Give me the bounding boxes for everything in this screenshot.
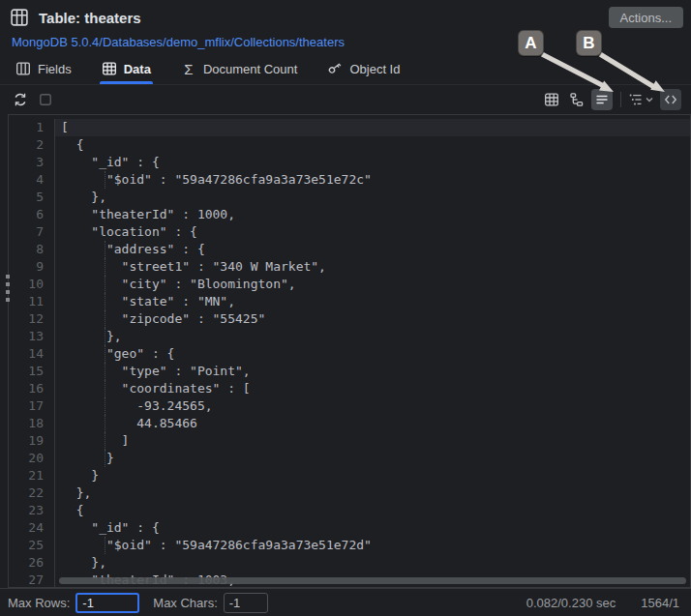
line-content: }: [55, 450, 690, 467]
line-content: [: [55, 119, 690, 136]
line-number: 22: [9, 484, 55, 502]
tree-options-dropdown-icon[interactable]: [627, 89, 656, 110]
line-content: "_id" : {: [55, 154, 690, 171]
line-number: 11: [9, 293, 55, 310]
line-number: 14: [9, 345, 55, 363]
code-line[interactable]: 16 "coordinates" : [: [9, 380, 690, 397]
line-content: "location" : {: [55, 223, 690, 241]
line-content: -93.24565,: [55, 397, 690, 415]
sigma-icon: Σ: [181, 61, 196, 76]
line-number: 3: [9, 154, 55, 171]
line-content: "geo" : {: [55, 345, 690, 363]
code-line[interactable]: 26 },: [9, 554, 690, 572]
line-content: "_id" : {: [55, 519, 690, 537]
line-number: 20: [9, 450, 55, 467]
line-number: 8: [9, 241, 55, 258]
tab-data[interactable]: Data: [100, 53, 153, 84]
line-number: 25: [9, 537, 55, 554]
line-content: "type" : "Point",: [55, 363, 690, 380]
line-content: "state" : "MN",: [55, 293, 690, 310]
splitter-grip-icon[interactable]: [6, 275, 10, 302]
line-content: "$oid" : "59a47286cfa9a3a73e51e72d": [55, 537, 690, 554]
code-line[interactable]: 1[: [9, 119, 690, 136]
code-line[interactable]: 15 "type" : "Point",: [9, 363, 690, 380]
table-grid-icon: [10, 8, 29, 27]
line-number: 13: [9, 328, 55, 345]
tab-document-count[interactable]: Σ Document Count: [179, 53, 300, 84]
line-number: 17: [9, 397, 55, 415]
line-number: 24: [9, 519, 55, 537]
code-line[interactable]: 24 "_id" : {: [9, 519, 690, 537]
annotation-badge-b: B: [576, 30, 602, 56]
line-number: 4: [9, 171, 55, 189]
tab-object-id[interactable]: Object Id: [325, 53, 402, 84]
tree-table-view-icon[interactable]: [566, 89, 587, 110]
code-line[interactable]: 13 },: [9, 328, 690, 345]
line-content: },: [55, 484, 690, 502]
code-line[interactable]: 10 "city" : "Bloomington",: [9, 276, 690, 293]
line-number: 12: [9, 310, 55, 328]
line-number: 16: [9, 380, 55, 397]
line-content: 44.85466: [55, 415, 690, 432]
code-line[interactable]: 3 "_id" : {: [9, 154, 690, 171]
line-content: "street1" : "340 W Market",: [55, 258, 690, 276]
text-view-icon[interactable]: [591, 89, 613, 110]
horizontal-scrollbar[interactable]: [59, 577, 686, 584]
annotation-badge-a: A: [518, 30, 544, 56]
code-line[interactable]: 23 {: [9, 502, 690, 519]
code-line[interactable]: 17 -93.24565,: [9, 397, 690, 415]
code-lines: 1[2 {3 "_id" : {4 "$oid" : "59a47286cfa9…: [9, 119, 690, 588]
code-line[interactable]: 19 ]: [9, 432, 690, 450]
line-number: 27: [9, 572, 55, 588]
line-content: "theaterId" : 1000,: [55, 206, 690, 223]
stop-square-icon[interactable]: [35, 89, 56, 110]
line-number: 5: [9, 189, 55, 206]
line-number: 19: [9, 432, 55, 450]
code-line[interactable]: 8 "address" : {: [9, 241, 690, 258]
line-content: "zipcode" : "55425": [55, 310, 690, 328]
line-content: {: [55, 502, 690, 519]
max-rows-label: Max Rows:: [8, 596, 70, 610]
table-view-icon[interactable]: [541, 89, 562, 110]
query-timing: 0.082/0.230 sec: [526, 596, 616, 610]
line-number: 15: [9, 363, 55, 380]
max-chars-input[interactable]: [224, 593, 268, 613]
code-line[interactable]: 22 },: [9, 484, 690, 502]
line-content: {: [55, 136, 690, 154]
line-content: "$oid" : "59a47286cfa9a3a73e51e72c": [55, 171, 690, 189]
code-line[interactable]: 11 "state" : "MN",: [9, 293, 690, 310]
tab-bar: Fields Data Σ Document Count Object Id: [0, 53, 691, 85]
page-title: Table: theaters: [39, 10, 141, 26]
max-chars-label: Max Chars:: [153, 596, 217, 610]
tab-label: Object Id: [349, 62, 400, 76]
code-line[interactable]: 14 "geo" : {: [9, 345, 690, 363]
code-brackets-icon[interactable]: [660, 89, 681, 110]
code-line[interactable]: 12 "zipcode" : "55425": [9, 310, 690, 328]
code-line[interactable]: 21 }: [9, 467, 690, 484]
line-number: 10: [9, 276, 55, 293]
code-line[interactable]: 20 }: [9, 450, 690, 467]
status-bar: Max Rows: Max Chars: 0.082/0.230 sec 156…: [0, 588, 691, 616]
code-line[interactable]: 9 "street1" : "340 W Market",: [9, 258, 690, 276]
code-line[interactable]: 5 },: [9, 189, 690, 206]
line-content: "address" : {: [55, 241, 690, 258]
line-content: ]: [55, 432, 690, 450]
json-editor[interactable]: 1[2 {3 "_id" : {4 "$oid" : "59a47286cfa9…: [8, 114, 691, 588]
line-content: }: [55, 467, 690, 484]
rows-info: 1564/1: [641, 596, 679, 610]
code-line[interactable]: 18 44.85466: [9, 415, 690, 432]
line-number: 6: [9, 206, 55, 223]
refresh-icon[interactable]: [10, 89, 31, 110]
key-icon: [327, 61, 343, 76]
line-number: 18: [9, 415, 55, 432]
actions-button[interactable]: Actions...: [609, 7, 683, 28]
code-line[interactable]: 2 {: [9, 136, 690, 154]
code-line[interactable]: 25 "$oid" : "59a47286cfa9a3a73e51e72d": [9, 537, 690, 554]
tab-fields[interactable]: Fields: [14, 53, 74, 84]
line-content: },: [55, 189, 690, 206]
code-line[interactable]: 4 "$oid" : "59a47286cfa9a3a73e51e72c": [9, 171, 690, 189]
line-content: "coordinates" : [: [55, 380, 690, 397]
code-line[interactable]: 6 "theaterId" : 1000,: [9, 206, 690, 223]
code-line[interactable]: 7 "location" : {: [9, 223, 690, 241]
max-rows-input[interactable]: [75, 593, 139, 613]
